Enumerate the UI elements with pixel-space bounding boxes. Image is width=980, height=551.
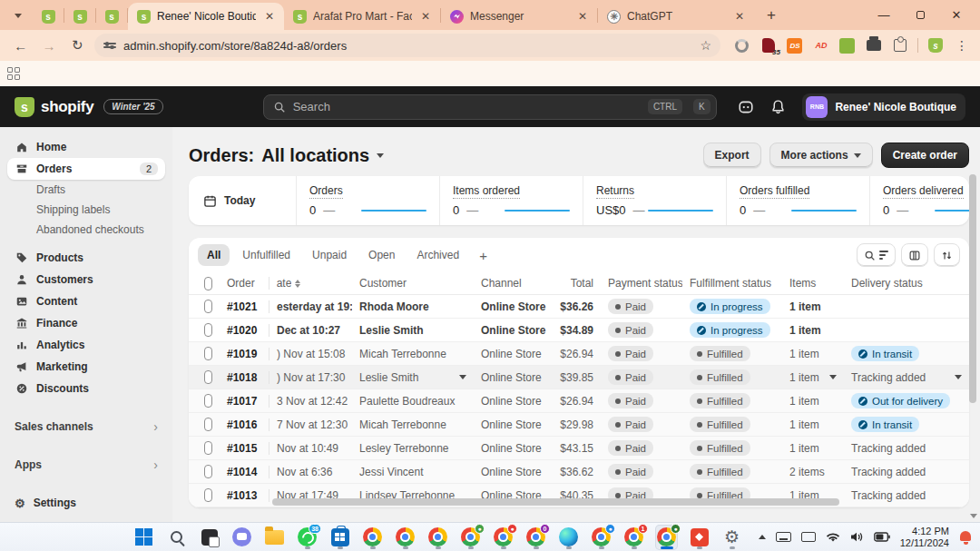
sidebar-subitem-shipping-labels[interactable]: Shipping labels	[7, 200, 165, 220]
delivery-status-cell[interactable]: Tracking added	[844, 442, 969, 455]
taskbar-chrome-icon[interactable]: 0	[524, 525, 547, 550]
pin-extension-icon[interactable]: 35	[760, 36, 778, 54]
back-button[interactable]: ←	[9, 34, 32, 57]
shopify-extension-icon[interactable]: s	[926, 36, 945, 54]
more-actions-button[interactable]: More actions	[769, 143, 873, 168]
column-header-delivery-status[interactable]: Delivery status	[844, 277, 969, 290]
address-bar[interactable]: admin.shopify.com/store/8a824d-a8/orders…	[94, 34, 720, 57]
sidebar-section-sales-channels[interactable]: Sales channels›	[7, 416, 165, 438]
sidebar-item-analytics[interactable]: Analytics	[7, 334, 165, 356]
customer-cell[interactable]: Lesley Terrebonne	[352, 442, 474, 455]
sidebar-subitem-abandoned-checkouts[interactable]: Abandoned checkouts	[7, 220, 165, 240]
columns-button[interactable]	[901, 243, 928, 267]
sort-button[interactable]	[934, 243, 960, 267]
sort-icon[interactable]	[295, 280, 300, 288]
taskbar-chrome-icon[interactable]: ●	[655, 525, 678, 550]
sidebar-item-marketing[interactable]: Marketing	[7, 356, 165, 378]
items-cell[interactable]: 1 item	[782, 371, 844, 384]
customer-cell[interactable]: Jessi Vincent	[352, 466, 474, 478]
search-filter-button[interactable]	[857, 243, 896, 267]
row-checkbox[interactable]	[204, 347, 212, 360]
date-range-picker[interactable]: Today	[189, 176, 296, 225]
pinned-tab[interactable]: s	[96, 3, 127, 30]
filter-tab-unpaid[interactable]: Unpaid	[303, 244, 356, 266]
sidebar-item-content[interactable]: Content	[7, 290, 165, 312]
customer-cell[interactable]: Paulette Boudreaux	[352, 395, 474, 408]
taskbar-chrome-icon[interactable]: 1	[622, 525, 645, 550]
order-number-cell[interactable]: #1014	[220, 466, 269, 478]
touch-keyboard-icon[interactable]	[776, 532, 791, 542]
shopify-logo[interactable]: s shopify Winter '25	[15, 97, 163, 117]
row-checkbox[interactable]	[204, 370, 212, 384]
notifications-bell-icon[interactable]	[770, 99, 786, 114]
delivery-status-cell[interactable]: In transit	[844, 346, 969, 361]
taskbar-start-icon[interactable]	[132, 525, 155, 550]
delivery-status-cell[interactable]: Tracking added	[844, 466, 969, 478]
row-checkbox[interactable]	[204, 441, 212, 455]
ad-extension-icon[interactable]: AD	[812, 36, 830, 54]
taskbar-remote-icon[interactable]	[688, 525, 710, 550]
order-row[interactable]: #10167 Nov at 12:30Micah TerrebonneOnlin…	[189, 413, 969, 437]
customer-cell[interactable]: Rhoda Moore	[352, 300, 474, 313]
location-filter[interactable]: All locations	[261, 145, 369, 166]
sidekick-icon[interactable]	[738, 99, 754, 115]
taskbar-chrome-icon[interactable]: ●	[459, 525, 482, 550]
stat-metric-orders-fulfilled[interactable]: Orders fulfilled0—	[726, 176, 869, 225]
bookmark-star-icon[interactable]: ☆	[700, 38, 711, 53]
taskbar-task-view-icon[interactable]	[198, 525, 220, 550]
browser-tab[interactable]: sRenee' Nicole Boutique - Orders✕	[128, 3, 284, 30]
row-checkbox[interactable]	[204, 300, 212, 313]
wifi-icon[interactable]	[826, 532, 840, 543]
tab-close-icon[interactable]: ✕	[418, 9, 433, 24]
taskbar-chat-icon[interactable]	[230, 525, 253, 550]
tab-close-icon[interactable]: ✕	[575, 9, 590, 24]
items-cell[interactable]: 1 item	[782, 324, 844, 337]
maximize-button[interactable]	[902, 0, 938, 30]
taskbar-store-icon[interactable]	[328, 525, 351, 550]
items-cell[interactable]: 1 item	[782, 348, 844, 360]
export-button[interactable]: Export	[703, 143, 761, 168]
stat-metric-orders-delivered[interactable]: Orders delivered0—	[869, 176, 969, 225]
admin-search-input[interactable]: Search CTRL K	[263, 94, 717, 120]
taskbar-chrome-icon[interactable]	[394, 525, 416, 550]
order-row[interactable]: #1018) Nov at 17:30Leslie SmithOnline St…	[189, 366, 969, 389]
customer-cell[interactable]: Micah Terrebonne	[352, 418, 474, 431]
chevron-down-icon[interactable]	[459, 375, 466, 379]
browser-menu-icon[interactable]: ⋮	[953, 36, 971, 54]
close-button[interactable]: ✕	[938, 0, 975, 30]
stat-metric-orders[interactable]: Orders0—	[296, 176, 439, 225]
sidebar-subitem-drafts[interactable]: Drafts	[7, 180, 165, 200]
battery-icon[interactable]	[874, 532, 890, 542]
new-tab-button[interactable]: +	[760, 4, 783, 27]
chevron-down-icon[interactable]	[829, 375, 837, 379]
sidebar-section-apps[interactable]: Apps›	[7, 454, 165, 476]
apps-grid-icon[interactable]	[7, 67, 20, 80]
taskbar-clock[interactable]: 4:12 PM 12/11/2024	[900, 526, 949, 549]
taskbar-explorer-icon[interactable]	[263, 525, 286, 550]
column-header-fulfillment-status[interactable]: Fulfillment status	[682, 277, 782, 290]
column-header-items[interactable]: Items	[782, 277, 844, 290]
row-checkbox[interactable]	[204, 323, 212, 337]
delivery-status-cell[interactable]: Tracking added	[844, 371, 969, 384]
site-info-icon[interactable]	[103, 43, 116, 47]
order-row[interactable]: #1020Dec at 10:27Leslie SmithOnline Stor…	[189, 319, 969, 342]
column-header-payment-status[interactable]: Payment status	[601, 277, 682, 290]
stat-metric-items-ordered[interactable]: Items ordered0—	[439, 176, 583, 225]
browser-tab[interactable]: Messenger✕	[441, 3, 597, 30]
sidebar-item-products[interactable]: Products	[7, 247, 165, 269]
delivery-status-cell[interactable]: In transit	[844, 417, 969, 432]
pinned-tab[interactable]: s	[33, 3, 64, 30]
column-header-total[interactable]: Total	[546, 277, 601, 290]
puzzle-extensions-icon[interactable]	[891, 36, 909, 54]
spiral-extension-icon[interactable]	[733, 36, 751, 54]
items-cell[interactable]: 1 item	[782, 418, 844, 431]
stat-metric-returns[interactable]: ReturnsUS$0—	[583, 176, 726, 225]
tab-search-button[interactable]	[7, 5, 29, 26]
order-row[interactable]: #1014Nov at 6:36Jessi VincentOnline Stor…	[189, 460, 969, 484]
ds-extension-icon[interactable]: DS	[786, 36, 804, 54]
order-number-cell[interactable]: #1018	[220, 371, 269, 384]
touchpad-icon[interactable]	[801, 532, 816, 542]
horizontal-scrollbar[interactable]	[189, 498, 969, 506]
sidebar-item-discounts[interactable]: Discounts	[7, 378, 165, 399]
order-number-cell[interactable]: #1019	[220, 348, 269, 360]
